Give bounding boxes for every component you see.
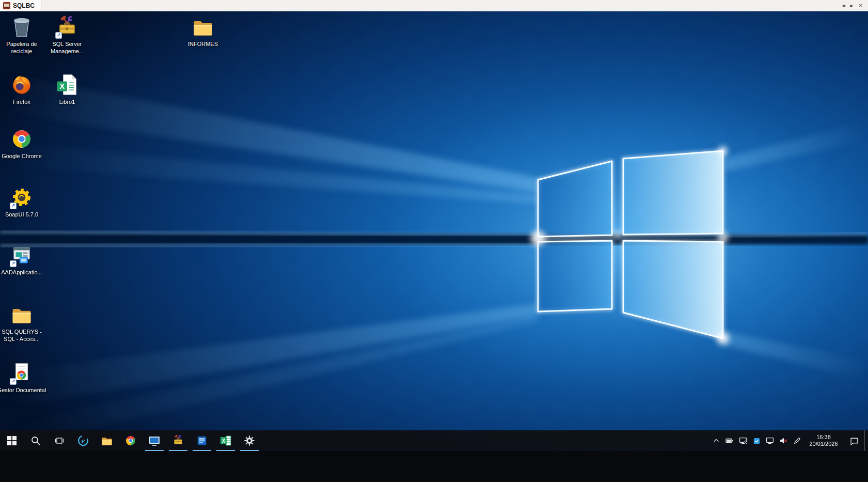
chrome-icon bbox=[125, 435, 136, 446]
gear-icon bbox=[244, 435, 255, 446]
start-button[interactable] bbox=[0, 430, 24, 451]
desktop-icon-libro1[interactable]: Libro1 bbox=[42, 72, 92, 105]
system-tray: 16:38 20/01/2026 bbox=[709, 430, 868, 451]
running-indicator bbox=[145, 450, 164, 451]
desktop-icon-soapui[interactable]: SoapUI 5.7.0 bbox=[0, 185, 46, 218]
screen: SQLBC ◄ ► × bbox=[0, 0, 868, 482]
tab-bar-controls: ◄ ► × bbox=[841, 0, 868, 11]
remote-desktop: Papelera de reciclaje SQL Server Managem… bbox=[0, 11, 868, 451]
action-center-button[interactable] bbox=[844, 430, 864, 451]
excel-icon: X bbox=[219, 434, 232, 447]
desktop-icon-recycle-bin[interactable]: Papelera de reciclaje bbox=[0, 14, 46, 55]
volume-tray-button[interactable] bbox=[777, 430, 790, 451]
file-explorer-icon bbox=[101, 434, 113, 447]
display-tray-button[interactable] bbox=[763, 430, 777, 451]
tab-close-icon[interactable]: × bbox=[859, 3, 863, 8]
chevron-up-icon bbox=[713, 437, 720, 444]
folder-icon bbox=[191, 14, 215, 39]
tab-scroll-left-icon[interactable]: ◄ bbox=[841, 3, 845, 8]
pen-icon bbox=[793, 437, 801, 445]
blue-app-icon bbox=[196, 435, 208, 446]
network-disconnected-icon bbox=[739, 437, 747, 445]
desktop-icon-google-chrome[interactable]: Google Chrome bbox=[0, 127, 46, 160]
blue-app-taskbar-button[interactable] bbox=[190, 430, 214, 451]
session-tab-sqlbc[interactable]: SQLBC bbox=[0, 0, 41, 11]
desktop-icon-aadapplication[interactable]: AADApplicatio... bbox=[0, 243, 46, 276]
volume-muted-icon bbox=[779, 437, 787, 445]
desktop-icon-label: SQL QUERYS - SQL - Acces... bbox=[0, 328, 46, 343]
desktop-icon-gestor-documental[interactable]: Gestor Documental bbox=[0, 361, 46, 394]
taskbar-clock[interactable]: 16:38 20/01/2026 bbox=[803, 430, 844, 451]
desktop-icon-label: Google Chrome bbox=[2, 152, 42, 160]
ssms-toolbox-icon bbox=[55, 14, 80, 39]
clock-time: 16:38 bbox=[803, 434, 844, 441]
desktop-icon-label: Papelera de reciclaje bbox=[0, 40, 46, 55]
desktop-icon-label: Gestor Documental bbox=[0, 386, 46, 394]
search-button[interactable] bbox=[24, 430, 48, 451]
client-letterbox bbox=[0, 451, 868, 482]
action-center-icon bbox=[850, 437, 859, 445]
installer-window-icon bbox=[9, 243, 34, 268]
network-tray-button[interactable] bbox=[736, 430, 750, 451]
pen-tray-button[interactable] bbox=[790, 430, 803, 451]
chrome-taskbar-button[interactable] bbox=[119, 430, 143, 451]
remote-desktop-icon bbox=[148, 434, 161, 447]
taskbar: e bbox=[0, 430, 868, 451]
battery-tray-button[interactable] bbox=[723, 430, 736, 451]
shortcut-arrow-overlay bbox=[10, 203, 17, 209]
desktop-icon-informes[interactable]: INFORMES bbox=[178, 14, 228, 48]
svg-text:X: X bbox=[222, 438, 226, 444]
client-tab-bar: SQLBC ◄ ► × bbox=[0, 0, 868, 11]
session-tab-title: SQLBC bbox=[13, 2, 35, 9]
recycle-bin-icon bbox=[9, 14, 34, 39]
windows-logo-icon bbox=[7, 436, 17, 445]
excel-workbook-icon bbox=[55, 72, 80, 97]
desktop-icon-sql-querys[interactable]: SQL QUERYS - SQL - Acces... bbox=[0, 302, 46, 343]
excel-taskbar-button[interactable]: X bbox=[214, 430, 238, 451]
shortcut-arrow-overlay bbox=[10, 378, 17, 385]
internet-explorer-button[interactable]: e bbox=[71, 430, 95, 451]
desktop-icon-label: SQL Server Manageme... bbox=[42, 40, 92, 55]
desktop-icon-label: SoapUI 5.7.0 bbox=[5, 211, 38, 218]
web-document-icon bbox=[9, 361, 34, 385]
running-indicator bbox=[240, 450, 259, 451]
search-icon bbox=[30, 436, 41, 446]
running-indicator bbox=[216, 450, 235, 451]
file-explorer-button[interactable] bbox=[95, 430, 119, 451]
svg-text:e: e bbox=[82, 437, 85, 445]
remote-desktop-window-button[interactable] bbox=[143, 430, 166, 451]
desktop-icon-label: AADApplicatio... bbox=[1, 269, 42, 276]
desktop-icon-label: INFORMES bbox=[188, 40, 218, 48]
display-icon bbox=[766, 437, 774, 445]
settings-taskbar-button[interactable] bbox=[238, 430, 261, 451]
desktop-icon-label: Libro1 bbox=[59, 98, 75, 105]
desktop-icon-ssms[interactable]: SQL Server Manageme... bbox=[42, 14, 92, 55]
blue-app-indicator-icon bbox=[753, 437, 761, 445]
chrome-icon bbox=[9, 127, 34, 151]
desktop-icon-label: Firefox bbox=[13, 98, 30, 105]
task-view-button[interactable] bbox=[48, 430, 71, 451]
ssms-toolbox-icon bbox=[172, 434, 184, 447]
tab-scroll-right-icon[interactable]: ► bbox=[850, 3, 854, 8]
clock-date: 20/01/2026 bbox=[803, 441, 844, 447]
soapui-gear-icon bbox=[9, 185, 34, 210]
running-indicator bbox=[193, 450, 211, 451]
ssms-taskbar-button[interactable] bbox=[166, 430, 190, 451]
desktop-icon-firefox[interactable]: Firefox bbox=[0, 72, 46, 105]
running-indicator bbox=[169, 450, 187, 451]
wallpaper-windows-hero bbox=[0, 11, 868, 451]
task-view-icon bbox=[54, 436, 65, 446]
battery-icon bbox=[725, 437, 734, 445]
show-desktop-button[interactable] bbox=[864, 430, 868, 451]
firefox-icon bbox=[9, 72, 34, 97]
folder-icon bbox=[9, 302, 34, 327]
shortcut-arrow-overlay bbox=[55, 32, 62, 39]
hidden-icons-button[interactable] bbox=[709, 430, 723, 451]
session-app-icon bbox=[3, 2, 10, 9]
app-indicator-tray-button[interactable] bbox=[750, 430, 763, 451]
shortcut-arrow-overlay bbox=[10, 260, 17, 267]
internet-explorer-icon: e bbox=[77, 434, 89, 447]
